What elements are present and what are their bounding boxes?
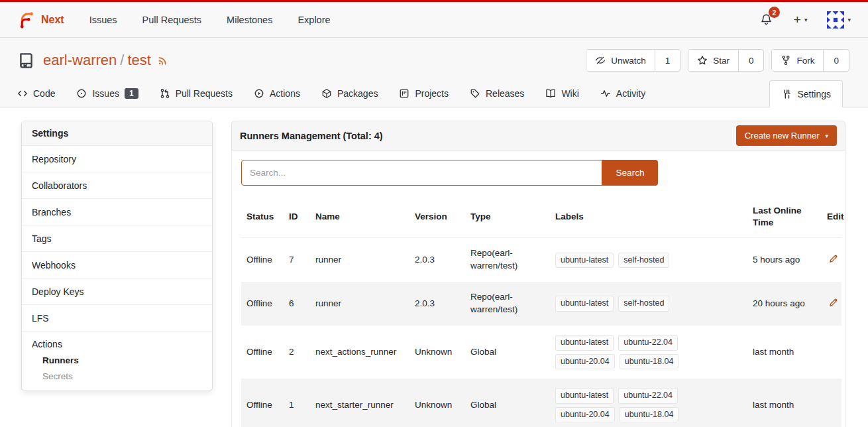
sidebar-item-deploy-keys[interactable]: Deploy Keys (22, 278, 212, 305)
search-button[interactable]: Search (602, 160, 658, 186)
pencil-icon (828, 254, 838, 264)
label-chip: self-hosted (618, 296, 669, 312)
nav-item-milestones[interactable]: Milestones (227, 15, 272, 25)
tab-label: Packages (337, 88, 378, 99)
sidebar-item-actions[interactable]: Actions Runners Secrets (22, 332, 212, 391)
sidebar-subitem-secrets[interactable]: Secrets (32, 365, 202, 381)
tab-wiki[interactable]: Wiki (545, 80, 578, 107)
watch-button-group: Unwatch 1 (586, 49, 680, 72)
tab-issues[interactable]: Issues 1 (76, 80, 138, 107)
star-icon (697, 55, 708, 66)
col-header-last-online: Last Online Time (747, 196, 822, 238)
tools-icon (781, 89, 792, 99)
package-icon (321, 88, 332, 99)
create-new-menu-button[interactable]: + ▾ (794, 13, 808, 26)
book-icon (545, 88, 556, 99)
col-header-version: Version (409, 196, 465, 238)
tab-projects[interactable]: Projects (399, 80, 449, 107)
pulse-icon (600, 88, 611, 99)
label-chip: ubuntu-20.04 (555, 354, 615, 370)
unwatch-button[interactable]: Unwatch (586, 50, 655, 71)
navbar-right: 2 + ▾ ▾ (759, 11, 851, 29)
col-header-labels: Labels (550, 196, 747, 238)
star-label: Star (713, 56, 730, 66)
version-cell: 2.0.3 (409, 238, 465, 282)
repository-icon (17, 52, 35, 70)
sidebar-item-collaborators[interactable]: Collaborators (22, 172, 212, 199)
sidebar-item-repository[interactable]: Repository (22, 146, 212, 172)
col-header-edit: Edit (822, 196, 841, 238)
home-brand-link[interactable]: Next (17, 11, 64, 29)
label-chip: ubuntu-latest (555, 388, 614, 404)
id-cell: 6 (284, 282, 310, 326)
runner-row: Offline 1 next_starter_runner Unknown Gl… (241, 379, 841, 427)
issues-count-badge: 1 (125, 88, 138, 99)
nav-item-issues[interactable]: Issues (89, 15, 117, 25)
name-cell: runner (310, 238, 409, 282)
repo-title: earl-warren / test (17, 52, 169, 70)
tab-label: Wiki (561, 88, 578, 99)
tag-icon (470, 88, 480, 99)
tab-code[interactable]: Code (17, 80, 55, 107)
fork-button[interactable]: Fork (772, 50, 824, 71)
create-new-runner-button[interactable]: Create new Runner ▾ (736, 125, 837, 146)
plus-icon: + (794, 13, 801, 26)
eye-slash-icon (595, 55, 606, 66)
label-chip: ubuntu-latest (555, 253, 614, 269)
tab-packages[interactable]: Packages (321, 80, 378, 107)
col-header-name: Name (310, 196, 409, 238)
star-button-group: Star 0 (688, 49, 764, 72)
table-header-row: Status ID Name Version Type Labels Last … (241, 196, 841, 238)
tab-releases[interactable]: Releases (470, 80, 524, 107)
label-chip: ubuntu-22.04 (618, 388, 678, 404)
label-chip: ubuntu-latest (555, 296, 614, 312)
tab-label: Releases (486, 88, 524, 99)
notification-count-badge: 2 (769, 7, 780, 18)
sidebar-item-lfs[interactable]: LFS (22, 305, 212, 332)
rss-feed-icon[interactable] (157, 54, 169, 66)
label-chip: ubuntu-22.04 (618, 335, 678, 351)
watchers-count[interactable]: 1 (655, 50, 680, 71)
last-online-cell: 5 hours ago (747, 238, 822, 282)
runner-row: Offline 2 next_actions_runner Unknown Gl… (241, 326, 841, 379)
fork-label: Fork (796, 56, 814, 66)
forks-count[interactable]: 0 (824, 50, 849, 71)
unwatch-label: Unwatch (611, 56, 646, 66)
edit-runner-button[interactable] (827, 296, 840, 309)
sidebar-subitem-runners[interactable]: Runners (32, 349, 202, 365)
tab-label: Activity (616, 88, 645, 99)
search-input[interactable] (241, 160, 602, 186)
sidebar-item-tags[interactable]: Tags (22, 225, 212, 252)
status-cell: Offline (241, 282, 284, 326)
runner-row: Offline 6 runner 2.0.3 Repo(earl-warren/… (241, 282, 841, 326)
name-cell: next_starter_runner (310, 379, 409, 427)
runners-panel: Runners Management (Total: 4) Create new… (231, 121, 845, 427)
notifications-button[interactable]: 2 (759, 12, 774, 27)
tab-activity[interactable]: Activity (600, 80, 645, 107)
stars-count[interactable]: 0 (739, 50, 764, 71)
tab-actions[interactable]: Actions (254, 80, 300, 107)
chevron-down-icon: ▾ (847, 17, 851, 23)
sidebar-item-branches[interactable]: Branches (22, 199, 212, 225)
repo-owner-link[interactable]: earl-warren (43, 52, 117, 69)
sidebar-item-webhooks[interactable]: Webhooks (22, 252, 212, 278)
settings-sidebar: Settings Repository Collaborators Branch… (21, 121, 213, 391)
tab-label: Actions (270, 88, 300, 99)
chevron-down-icon: ▾ (825, 133, 828, 139)
edit-runner-button[interactable] (827, 253, 840, 265)
star-button[interactable]: Star (688, 50, 739, 71)
runner-search-form: Search (241, 160, 836, 186)
tab-pull-requests[interactable]: Pull Requests (160, 80, 233, 107)
play-circle-icon (254, 88, 264, 99)
sidebar-actions-label[interactable]: Actions (32, 339, 202, 349)
repo-name-link[interactable]: test (127, 52, 150, 69)
nav-item-explore[interactable]: Explore (298, 15, 330, 25)
name-cell: next_actions_runner (310, 326, 409, 379)
fork-button-group: Fork 0 (771, 49, 849, 72)
tab-label: Issues (92, 88, 119, 99)
fork-icon (781, 55, 791, 66)
user-menu-button[interactable]: ▾ (827, 11, 851, 29)
nav-item-pull-requests[interactable]: Pull Requests (142, 15, 201, 25)
labels-cell: ubuntu-latest ubuntu-22.04 ubuntu-20.04 … (555, 388, 712, 422)
tab-settings[interactable]: Settings (769, 80, 843, 107)
